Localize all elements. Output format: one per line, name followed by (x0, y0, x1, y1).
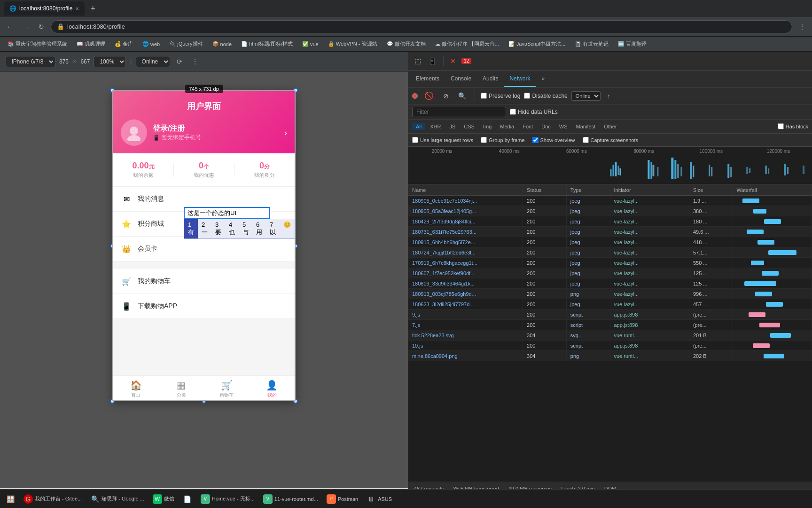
tab-more[interactable]: » (536, 71, 550, 87)
address-bar[interactable]: 🔒 localhost:8080/profile (51, 20, 792, 33)
bookmark-1[interactable]: 📖 叽叽喱喱 (73, 39, 109, 49)
nav-item-cart-bottom[interactable]: 🛒 购物车 (204, 380, 250, 398)
preserve-log-checkbox[interactable]: Preserve log (481, 93, 520, 99)
bookmark-4[interactable]: 🔌 jQuery插件 (165, 39, 206, 49)
type-btn-ws[interactable]: WS (555, 123, 571, 130)
type-btn-img[interactable]: Img (479, 123, 495, 130)
type-btn-xhr[interactable]: XHR (426, 123, 445, 130)
tab-audits[interactable]: Audits (477, 71, 504, 87)
bookmark-5[interactable]: 📦 node (209, 40, 235, 48)
taskbar-vue-router[interactable]: V 11-vue-router.md... (259, 492, 322, 506)
device-select[interactable]: iPhone 6/7/8 (6, 56, 55, 67)
extensions-button[interactable]: ⋮ (796, 21, 808, 32)
type-btn-all[interactable]: All (412, 123, 425, 130)
taskbar-postman[interactable]: P Postman (323, 492, 362, 506)
taskbar-wechat[interactable]: W 微信 (149, 492, 178, 506)
table-row[interactable]: tick.5228ea23.svg 304 svg... vue.runti..… (408, 330, 812, 341)
new-tab-button[interactable]: + (86, 2, 99, 16)
back-button[interactable]: ← (4, 21, 16, 32)
tab-elements[interactable]: Elements (410, 71, 445, 87)
throttle-dropdown[interactable]: Online (571, 91, 601, 101)
show-overview-checkbox[interactable]: Show overview (532, 137, 575, 143)
table-row[interactable]: 10.js 200 script app.js:898 (pre... (408, 341, 812, 351)
search-button[interactable]: 🔍 (455, 90, 469, 102)
throttle-select[interactable]: Online (136, 56, 170, 67)
table-row[interactable]: 180607_1f7ec952kef90df... 200 jpeg vue-l… (408, 268, 812, 278)
bookmark-0[interactable]: 📚 重庆宇翔教学管理系统 (4, 39, 71, 49)
th-type[interactable]: Type (567, 184, 610, 195)
menu-item-member-card[interactable]: 👑 会员卡 (113, 237, 295, 262)
type-btn-font[interactable]: Font (519, 123, 537, 130)
large-rows-checkbox[interactable]: Use large request rows (412, 137, 473, 143)
table-row[interactable]: 180905_0cbb91c7c1034nj... 200 jpeg vue-l… (408, 196, 812, 206)
ime-emoji-button[interactable]: 😊 (280, 219, 295, 238)
ime-candidate-4[interactable]: 4也 (225, 219, 239, 238)
nav-item-categories[interactable]: ▦ 分类 (159, 380, 204, 398)
ime-candidate-3[interactable]: 3要 (211, 219, 225, 238)
hide-data-urls-checkbox[interactable]: Hide data URLs (510, 109, 558, 115)
type-btn-doc[interactable]: Doc (538, 123, 554, 130)
device-toggle-button[interactable]: 📱 (426, 56, 439, 67)
taskbar-gitee[interactable]: G 我的工作台 - Gitee... (20, 492, 86, 506)
table-row[interactable]: 9.js 200 script app.js:898 (pre... (408, 310, 812, 320)
inspect-element-button[interactable]: ⬚ (412, 56, 424, 67)
type-btn-other[interactable]: Other (600, 123, 621, 130)
disable-cache-checkbox[interactable]: Disable cache (524, 93, 567, 99)
th-size[interactable]: Size (689, 184, 733, 195)
type-btn-js[interactable]: JS (445, 123, 459, 130)
type-btn-manifest[interactable]: Manifest (572, 123, 600, 130)
bookmark-12[interactable]: 📓 有道云笔记 (571, 39, 612, 49)
filter-input[interactable] (412, 107, 506, 117)
ime-candidate-5[interactable]: 5与 (239, 219, 252, 238)
capture-screenshots-checkbox[interactable]: Capture screenshots (583, 137, 639, 143)
more-options-button[interactable]: ⋮ (189, 56, 201, 67)
table-row[interactable]: 180913_003cjl785e6gh9d... 200 png vue-la… (408, 289, 812, 299)
taskbar-windows[interactable]: 🪟 (2, 492, 19, 506)
table-row[interactable]: 180915_6hh4bh6hg5i72e... 200 jpeg vue-la… (408, 237, 812, 247)
table-row[interactable]: 180429_2l7f3d9dg8j84lfci... 200 jpeg vue… (408, 216, 812, 227)
close-devtools-button[interactable]: ✕ (447, 56, 459, 67)
group-by-frame-checkbox[interactable]: Group by frame (481, 137, 524, 143)
import-button[interactable]: ↑ (604, 90, 613, 102)
menu-item-download-app[interactable]: 📱 下载购物APP (113, 294, 295, 319)
taskbar-home-vue[interactable]: V Home.vue - 无标... (197, 492, 258, 506)
tab-network[interactable]: Network (504, 71, 536, 87)
bookmark-11[interactable]: 📝 JavaScript中级方法... (505, 39, 570, 49)
bookmark-9[interactable]: 💬 微信开发文档 (383, 39, 429, 49)
text-input[interactable] (184, 207, 270, 219)
bookmark-6[interactable]: 📄 html标题/图标/样式 (237, 39, 297, 49)
ime-candidate-2[interactable]: 2一 (198, 219, 211, 238)
th-initiator[interactable]: Initiator (610, 184, 689, 195)
clear-button[interactable]: 🚫 (422, 89, 437, 102)
table-row[interactable]: 180905_05a3feac12j405g... 200 jpeg vue-l… (408, 206, 812, 216)
table-row[interactable]: 170919_6h7c8khgacegg1t... 200 jpeg vue-l… (408, 258, 812, 268)
table-row[interactable]: 180731_631i7fe75e29763... 200 jpeg vue-l… (408, 227, 812, 237)
bookmark-3[interactable]: 🌐 web (139, 40, 164, 48)
network-table[interactable]: Name Status Type Initiator Size Waterfal… (408, 184, 812, 482)
tab-console[interactable]: Console (445, 71, 477, 87)
th-name[interactable]: Name (408, 184, 523, 195)
th-waterfall[interactable]: Waterfall (733, 184, 812, 195)
bookmark-13[interactable]: 🔤 百度翻译 (614, 39, 650, 49)
taskbar-item4[interactable]: 📄 (179, 492, 196, 506)
menu-item-cart[interactable]: 🛒 我的购物车 (113, 269, 295, 294)
table-row[interactable]: 180809_33d9h33464gi1k... 200 jpeg vue-la… (408, 278, 812, 289)
type-btn-css[interactable]: CSS (460, 123, 478, 130)
ime-candidate-1[interactable]: 1有 (184, 219, 198, 238)
table-row[interactable]: 180724_7kjgjf1bff2ed6e3l... 200 jpeg vue… (408, 247, 812, 258)
type-btn-media[interactable]: Media (496, 123, 518, 130)
th-status[interactable]: Status (523, 184, 567, 195)
zoom-select[interactable]: 100% (94, 56, 126, 67)
ime-candidate-6[interactable]: 6用 (252, 219, 266, 238)
bookmark-7[interactable]: ✅ vue (298, 40, 322, 48)
taskbar-google[interactable]: 🔍 瑞思拜 - Google ... (86, 492, 148, 506)
bookmark-10[interactable]: ☁ 微信小程序 【网易云音... (431, 39, 503, 49)
ime-candidate-7[interactable]: 7以 (266, 219, 280, 238)
record-button[interactable] (412, 93, 418, 99)
forward-button[interactable]: → (20, 21, 32, 32)
table-row[interactable]: 180623_3l2dii25j4i7797d... 200 jpeg vue-… (408, 299, 812, 310)
active-tab[interactable]: 🌐 localhost:8080/profile ✕ (4, 1, 85, 16)
reload-button[interactable]: ↻ (36, 21, 47, 32)
has-blocked-checkbox[interactable]: Has block (778, 123, 808, 129)
table-row[interactable]: 7.js 200 script app.js:898 (pre... (408, 320, 812, 330)
